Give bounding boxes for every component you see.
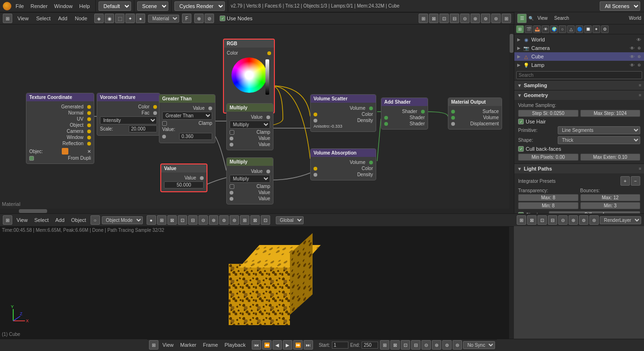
vp-extra8[interactable]: ⊜ [589, 215, 599, 225]
rp-icon-part[interactable]: ✦ [593, 25, 600, 33]
voronoi-color-socket[interactable] [153, 105, 157, 109]
sampling-header[interactable]: ▼ Sampling ≡ [514, 81, 644, 90]
ne-nav1[interactable]: ⊕ [194, 14, 204, 23]
value-output-socket[interactable] [200, 176, 204, 180]
ne-mode-btn4[interactable]: ✦ [125, 14, 135, 23]
m2-output[interactable] [266, 170, 270, 173]
tc-normal-socket[interactable] [87, 111, 91, 115]
rgb-output-socket[interactable] [267, 51, 271, 55]
trans-max-field[interactable]: Max: 8 [518, 194, 578, 201]
vp-btn6[interactable]: ⊝ [198, 215, 208, 225]
ne-material-select[interactable]: Material [148, 15, 179, 23]
ne-view[interactable]: View [15, 16, 31, 21]
node-multiply-2[interactable]: Multiply Value Multiply [226, 157, 273, 204]
rp-icon-output[interactable]: 📤 [533, 25, 541, 33]
vp-btn10[interactable]: ⊞ [240, 215, 249, 225]
properties-search[interactable] [516, 71, 642, 79]
geometry-header[interactable]: ▼ Geometry ≡ [514, 90, 644, 100]
tree-item-lamp[interactable]: ▶ 💡 Lamp 👁 ⊕ [514, 61, 644, 69]
gt-output-socket[interactable] [208, 106, 212, 110]
gt-value-field[interactable]: 0.360 [179, 133, 212, 140]
rp-icon-mesh[interactable]: △ [567, 25, 575, 33]
tl-view[interactable]: View [160, 342, 176, 348]
ne-pin-btn[interactable]: F [182, 14, 191, 23]
m2-type-select[interactable]: Multiply [230, 175, 270, 183]
voronoi-coloring-select[interactable]: Intensity [100, 116, 157, 124]
rp-search[interactable]: 🔍 [528, 16, 534, 21]
vs-density-in[interactable] [314, 119, 317, 122]
node-canvas[interactable]: RGB Color [0, 24, 514, 213]
eye-cube[interactable]: 👁 [630, 54, 635, 59]
tree-item-world[interactable]: ▶ ◉ World 👁 [514, 35, 644, 44]
value-input-field[interactable]: 50.000 [164, 181, 204, 188]
vp-global-select[interactable]: Global [276, 216, 304, 224]
tl-end-input[interactable]: 250 [362, 342, 378, 349]
eye-camera[interactable]: 👁 [630, 46, 635, 51]
node-volume-absorption[interactable]: Volume Absorption Volume Color Densit [310, 148, 376, 180]
tl-extra6[interactable]: ⊛ [432, 340, 441, 350]
eye-lamp[interactable]: 👁 [630, 63, 635, 68]
diffuse-field[interactable]: Diffuse: 4 [549, 211, 640, 213]
node-multiply-1[interactable]: Multiply Value Multiply [226, 103, 273, 150]
tc-window-socket[interactable] [87, 136, 91, 139]
node-volume-scatter[interactable]: Volume Scatter Volume Color Density [310, 94, 376, 132]
as-output[interactable] [421, 110, 425, 114]
vp-btn12[interactable]: ⊡ [261, 215, 270, 225]
ne-mode-btn1[interactable]: ◈ [94, 14, 104, 23]
bounce-min-field[interactable]: Min: 3 [580, 202, 641, 209]
menu-render[interactable]: Render [28, 3, 50, 9]
vp-object[interactable]: Object [69, 217, 89, 223]
step-size-field[interactable]: Step Si: 0.0250 [518, 110, 578, 117]
rp-icon-obj[interactable]: ○ [559, 25, 566, 33]
vp-select[interactable]: Select [32, 217, 51, 223]
tc-uv-socket[interactable] [87, 117, 91, 121]
all-scenes-select[interactable]: All Scenes [600, 1, 640, 11]
vp-btn4[interactable]: ⊡ [178, 215, 187, 225]
vp-btn11[interactable]: ⊠ [250, 215, 260, 225]
tl-extra7[interactable]: ⊚ [442, 340, 452, 350]
cull-backfaces-check[interactable]: ✓ [518, 146, 524, 152]
engine-select[interactable]: Cycles Render [174, 1, 225, 11]
shape-select[interactable]: Thick [558, 136, 640, 144]
tl-playback[interactable]: Playback [222, 342, 248, 348]
node-value[interactable]: Value Value 50.000 [160, 163, 207, 192]
vp-extra3[interactable]: ⊡ [537, 215, 547, 225]
voronoi-fac-socket[interactable] [153, 111, 157, 115]
geometry-menu[interactable]: ≡ [639, 93, 641, 98]
vp-btn3[interactable]: ⊠ [167, 215, 177, 225]
vp-icon[interactable]: ⊞ [3, 215, 12, 225]
vs-color-in[interactable] [314, 113, 317, 116]
max-step-field[interactable]: Max Step: 1024 [580, 110, 641, 117]
tl-btn5[interactable]: ⏩ [293, 340, 303, 350]
as-in1[interactable] [384, 116, 388, 120]
3d-viewport[interactable]: Time:00:45.58 | Mem:6.65M, Peak:6.66M | … [0, 226, 514, 339]
vp-renderlayer-select[interactable]: RenderLayer [600, 216, 641, 224]
ne-extra7[interactable]: ⊚ [481, 14, 490, 23]
ne-extra4[interactable]: ⊟ [450, 14, 459, 23]
menu-file[interactable]: File [13, 3, 26, 9]
rp-icon-scene2[interactable]: 🌍 [550, 25, 558, 33]
menu-help[interactable]: Help [77, 3, 92, 9]
trans-min-field[interactable]: Min: 8 [518, 202, 578, 209]
ne-mode-btn3[interactable]: ⬚ [115, 14, 124, 23]
vp-extra6[interactable]: ⊛ [569, 215, 578, 225]
ne-extra8[interactable]: ⊜ [491, 14, 501, 23]
tree-item-cube[interactable]: ▶ △ Cube 👁 ⊕ [514, 52, 644, 61]
tl-extra3[interactable]: ⊡ [401, 340, 410, 350]
ne-extra9[interactable]: ⊞ [502, 14, 511, 23]
rp-icon-view[interactable]: 👁 [542, 25, 549, 33]
tl-btn6[interactable]: ⏭ [304, 340, 313, 350]
ne-nav2[interactable]: ⊘ [205, 14, 214, 23]
gt-value-input[interactable] [162, 135, 166, 139]
sampling-menu[interactable]: ≡ [639, 83, 641, 88]
node-canvas-scrollbar-v[interactable] [509, 24, 514, 213]
rp-icon-render[interactable]: 🎬 [525, 25, 532, 33]
rp-tab-view[interactable]: ☰ [517, 14, 527, 23]
vp-extra1[interactable]: ⊞ [517, 215, 526, 225]
vp-extra5[interactable]: ⊝ [558, 215, 568, 225]
m2-val2[interactable] [230, 197, 233, 201]
ne-mode-btn2[interactable]: ◉ [105, 14, 114, 23]
ne-node[interactable]: Node [73, 16, 90, 21]
vp-obj-icon[interactable]: ○ [91, 215, 100, 225]
voronoi-scale-input[interactable]: 20.000 [129, 125, 157, 132]
